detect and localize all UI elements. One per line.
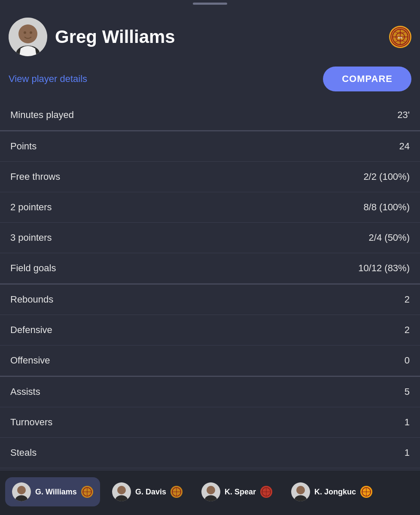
- tab-logo-k_jongkuc: [360, 486, 372, 498]
- stat-group: Rebounds2Defensive2Offensive0: [0, 284, 420, 376]
- svg-point-17: [207, 486, 215, 494]
- stat-value-offensive: 0: [405, 355, 410, 366]
- svg-point-4: [30, 31, 32, 34]
- stat-value-steals: 1: [405, 447, 410, 458]
- tab-avatar-k_jongkuc: [291, 482, 310, 501]
- compare-button[interactable]: COMPARE: [323, 67, 411, 91]
- header-left: Greg Williams: [9, 18, 175, 56]
- scroll-indicator: [0, 0, 420, 7]
- player-tab-k_spear[interactable]: K. Spear: [195, 477, 279, 506]
- tab-name-g_williams: G. Williams: [35, 488, 77, 497]
- stat-label-turnovers: Turnovers: [10, 417, 52, 428]
- player-tab-g_davis[interactable]: G. Davis: [105, 477, 189, 506]
- stat-label-minutes_played: Minutes played: [10, 109, 74, 121]
- bottom-player-bar[interactable]: G. Williams G. Davis K. Spear K. Jongkuc: [0, 470, 420, 515]
- stat-value-assists: 5: [405, 386, 410, 397]
- tab-avatar-g_davis: [112, 482, 131, 501]
- player-name: Greg Williams: [55, 27, 175, 47]
- stat-row-defensive: Defensive2: [0, 315, 420, 345]
- stat-group: Points24Free throws2/2 (100%)2 pointers8…: [0, 130, 420, 284]
- stat-row-three_pointers: 3 pointers2/4 (50%): [0, 223, 420, 253]
- scroll-bar: [193, 3, 227, 5]
- stats-container: Minutes played23'Points24Free throws2/2 …: [0, 100, 420, 515]
- stat-value-rebounds: 2: [405, 294, 410, 305]
- team-logo: BFK: [389, 26, 411, 48]
- tab-name-k_spear: K. Spear: [225, 488, 256, 497]
- tab-avatar-k_spear: [201, 482, 220, 501]
- tab-avatar-g_williams: [12, 482, 31, 501]
- stat-label-rebounds: Rebounds: [10, 294, 53, 305]
- tab-logo-k_spear: [260, 486, 272, 498]
- stat-value-defensive: 2: [405, 324, 410, 336]
- stat-row-assists: Assists5: [0, 377, 420, 407]
- svg-point-2: [18, 24, 37, 43]
- svg-text:BFK: BFK: [398, 36, 403, 39]
- stat-label-two_pointers: 2 pointers: [10, 202, 52, 213]
- stat-row-free_throws: Free throws2/2 (100%): [0, 162, 420, 192]
- stat-row-two_pointers: 2 pointers8/8 (100%): [0, 192, 420, 223]
- stat-label-defensive: Defensive: [10, 324, 52, 336]
- svg-point-9: [17, 486, 26, 494]
- stat-value-field_goals: 10/12 (83%): [358, 263, 410, 274]
- tab-logo-g_davis: [170, 486, 183, 498]
- stat-value-free_throws: 2/2 (100%): [363, 171, 410, 182]
- stat-group: Minutes played23': [0, 100, 420, 130]
- svg-point-3: [24, 31, 26, 34]
- player-tab-k_jongkuc[interactable]: K. Jongkuc: [284, 477, 379, 506]
- stat-row-rebounds: Rebounds2: [0, 285, 420, 315]
- stat-label-offensive: Offensive: [10, 355, 50, 366]
- player-avatar: [9, 18, 47, 56]
- tab-logo-g_williams: [81, 486, 93, 498]
- svg-point-21: [296, 486, 305, 494]
- stat-row-points: Points24: [0, 131, 420, 162]
- stat-label-field_goals: Field goals: [10, 263, 56, 274]
- stat-label-free_throws: Free throws: [10, 171, 60, 182]
- view-player-details-link[interactable]: View player details: [9, 73, 87, 85]
- svg-point-13: [117, 486, 126, 494]
- stat-row-steals: Steals1: [0, 438, 420, 468]
- stat-value-points: 24: [399, 141, 410, 152]
- stat-row-field_goals: Field goals10/12 (83%): [0, 253, 420, 283]
- stat-row-offensive: Offensive0: [0, 345, 420, 376]
- stat-value-minutes_played: 23': [397, 109, 410, 121]
- stat-row-turnovers: Turnovers1: [0, 407, 420, 438]
- stat-value-turnovers: 1: [405, 417, 410, 428]
- stat-label-steals: Steals: [10, 447, 37, 458]
- tab-name-g_davis: G. Davis: [135, 488, 166, 497]
- player-tab-g_williams[interactable]: G. Williams: [5, 477, 100, 506]
- action-row: View player details COMPARE: [0, 63, 420, 100]
- stat-value-two_pointers: 8/8 (100%): [363, 202, 410, 213]
- stat-label-points: Points: [10, 141, 37, 152]
- stat-label-assists: Assists: [10, 386, 40, 397]
- stat-row-minutes_played: Minutes played23': [0, 100, 420, 130]
- player-header: Greg Williams BFK: [0, 7, 420, 63]
- tab-name-k_jongkuc: K. Jongkuc: [314, 488, 356, 497]
- stat-label-three_pointers: 3 pointers: [10, 232, 52, 243]
- stat-value-three_pointers: 2/4 (50%): [369, 232, 410, 243]
